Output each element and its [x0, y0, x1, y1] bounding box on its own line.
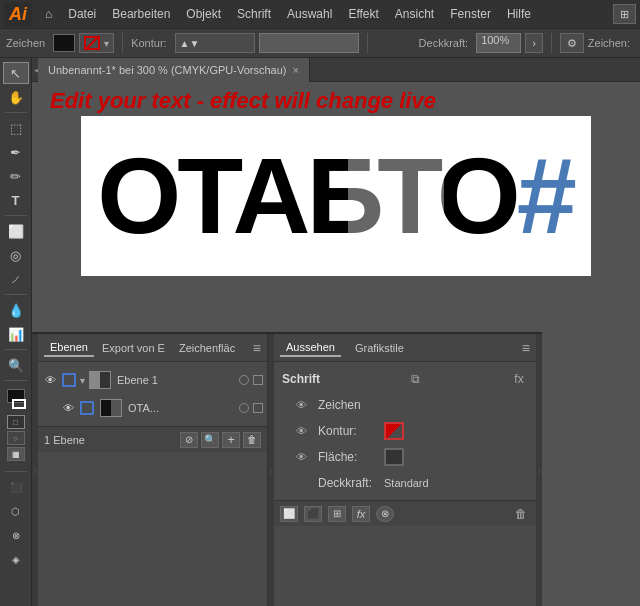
- flaeche-swatch[interactable]: [384, 448, 404, 466]
- footer-add[interactable]: +: [222, 432, 240, 448]
- canvas-area[interactable]: ◂▸ Unbenannt-1* bei 300 % (CMYK/GPU-Vors…: [32, 58, 640, 606]
- stroke-icon-btn[interactable]: ▾: [79, 33, 114, 53]
- appearance-content: Schrift ⧉ fx 👁 Zeichen 👁 Kontur:: [274, 362, 536, 500]
- layer-2-sq: [253, 403, 263, 413]
- tab-grafikstile[interactable]: Grafikstile: [349, 340, 410, 356]
- panel-ebenen-header: Ebenen Export von E Zeichenfläc ≡: [38, 334, 267, 362]
- footer-add-layer[interactable]: ⬜: [280, 506, 298, 522]
- deckkraft-value: Standard: [384, 477, 429, 489]
- color-mode-1[interactable]: □: [7, 415, 25, 429]
- tool-zoom[interactable]: 🔍: [3, 354, 29, 376]
- layer-item-1[interactable]: 👁 ▾ Ebene 1: [38, 366, 267, 394]
- tool-pen[interactable]: ✒: [3, 141, 29, 163]
- tool-graph[interactable]: 📊: [3, 323, 29, 345]
- cyrillic-text: ОТАБТО: [97, 142, 516, 250]
- tool-extra2[interactable]: ⬡: [3, 500, 29, 522]
- menu-bar: Ai ⌂ Datei Bearbeiten Objekt Schrift Aus…: [0, 0, 640, 28]
- tool-shape[interactable]: ⬜: [3, 220, 29, 242]
- tab-export[interactable]: Export von E: [96, 340, 171, 356]
- zeichen-eye[interactable]: 👁: [296, 399, 312, 411]
- tool-hand[interactable]: ✋: [3, 86, 29, 108]
- tab-title: Unbenannt-1* bei 300 % (CMYK/GPU-Vorscha…: [48, 64, 286, 76]
- layer-1-lock[interactable]: [62, 373, 76, 387]
- menu-bearbeiten[interactable]: Bearbeiten: [105, 4, 177, 24]
- panel-resize-handle-right[interactable]: ⋮: [536, 334, 542, 606]
- color-mode-2[interactable]: ○: [7, 431, 25, 445]
- footer-make-clip[interactable]: ⊘: [180, 432, 198, 448]
- layer-1-expand[interactable]: ▾: [80, 375, 85, 386]
- tab-zeichenflaeche[interactable]: Zeichenfläc: [173, 340, 241, 356]
- tool-pencil[interactable]: ✏: [3, 165, 29, 187]
- menu-hilfe[interactable]: Hilfe: [500, 4, 538, 24]
- preview-text: ОТАБТО#: [97, 142, 574, 250]
- menu-home[interactable]: ⌂: [38, 4, 59, 24]
- menu-effekt[interactable]: Effekt: [341, 4, 385, 24]
- tool-extra[interactable]: ⬛: [3, 476, 29, 498]
- flaeche-eye[interactable]: 👁: [296, 451, 312, 463]
- tab-ebenen[interactable]: Ebenen: [44, 339, 94, 357]
- kontur-label: Kontur:: [131, 37, 166, 49]
- layer-list: 👁 ▾ Ebene 1: [38, 362, 267, 426]
- panel-menu-btn[interactable]: ≡: [253, 340, 261, 356]
- kontur-appear-label: Kontur:: [318, 424, 378, 438]
- footer-add-layer3[interactable]: ⊞: [328, 506, 346, 522]
- footer-search[interactable]: 🔍: [201, 432, 219, 448]
- document-tab[interactable]: Unbenannt-1* bei 300 % (CMYK/GPU-Vorscha…: [38, 58, 310, 82]
- menu-schrift[interactable]: Schrift: [230, 4, 278, 24]
- panels-area: ⋮ Ebenen Export von E Zeichenfläc ≡ 👁: [32, 332, 542, 606]
- workspace-btn[interactable]: ⊞: [613, 4, 636, 24]
- footer-add-layer2[interactable]: ⬛: [304, 506, 322, 522]
- tab-bar: ◂▸ Unbenannt-1* bei 300 % (CMYK/GPU-Vors…: [32, 58, 640, 82]
- panel-right-menu-btn[interactable]: ≡: [522, 340, 530, 356]
- footer-trash[interactable]: 🗑: [243, 432, 261, 448]
- tool-ellipse[interactable]: ◎: [3, 244, 29, 266]
- kontur-eye[interactable]: 👁: [296, 425, 312, 437]
- layer-item-2[interactable]: 👁 OTA...: [38, 394, 267, 422]
- fill-swatch[interactable]: [53, 34, 75, 52]
- deckkraft-input[interactable]: 100%: [476, 33, 521, 53]
- tool-separator-4: [5, 349, 27, 350]
- kontur-dropdown[interactable]: ▲▼: [175, 33, 255, 53]
- appear-row-zeichen: 👁 Zeichen: [274, 392, 536, 418]
- tool-separator-1: [5, 112, 27, 113]
- flaeche-label: Fläche:: [318, 450, 378, 464]
- zeichen-btn-label[interactable]: Zeichen:: [588, 37, 630, 49]
- panel-right-footer: ⬜ ⬛ ⊞ fx ⊗ 🗑: [274, 500, 536, 526]
- stroke-color[interactable]: [12, 399, 26, 409]
- tab-aussehen[interactable]: Aussehen: [280, 339, 341, 357]
- appear-fx-btn[interactable]: fx: [510, 370, 528, 388]
- footer-delete-btn[interactable]: 🗑: [512, 506, 530, 522]
- layer-2-lock[interactable]: [80, 401, 94, 415]
- deckkraft-arrow[interactable]: ›: [525, 33, 543, 53]
- footer-no-btn[interactable]: ⊗: [376, 506, 394, 522]
- tool-separator-5: [5, 380, 27, 381]
- footer-fx-label[interactable]: fx: [352, 506, 370, 522]
- menu-fenster[interactable]: Fenster: [443, 4, 498, 24]
- tool-eyedropper[interactable]: 💧: [3, 299, 29, 321]
- appear-copy-btn[interactable]: ⧉: [406, 370, 424, 388]
- panel-aussehen: Aussehen Grafikstile ≡ Schrift ⧉ fx: [274, 334, 536, 606]
- layer-1-name: Ebene 1: [117, 374, 235, 386]
- color-mode-3[interactable]: ▦: [7, 447, 25, 461]
- tool-text[interactable]: T: [3, 189, 29, 211]
- tab-close-btn[interactable]: ×: [292, 64, 298, 76]
- tool-extra3[interactable]: ⊗: [3, 524, 29, 546]
- settings-btn[interactable]: ⚙: [560, 33, 584, 53]
- menu-ansicht[interactable]: Ansicht: [388, 4, 441, 24]
- menu-objekt[interactable]: Objekt: [179, 4, 228, 24]
- layer-1-eye[interactable]: 👁: [42, 372, 58, 388]
- hash-symbol: #: [517, 142, 575, 250]
- main-area: ↖ ✋ ⬚ ✒ ✏ T ⬜ ◎ ⟋ 💧 📊 🔍 □ ○ ▦ ⬛ ⬡ ⊗ ◈: [0, 58, 640, 606]
- tool-select[interactable]: ↖: [3, 62, 29, 84]
- canvas-content[interactable]: Edit your text - effect will change live…: [32, 82, 640, 332]
- text-preview[interactable]: ОТАБТО#: [81, 116, 591, 276]
- kontur-input[interactable]: [259, 33, 359, 53]
- kontur-swatch[interactable]: [384, 422, 404, 440]
- layer-1-thumb: [89, 371, 111, 389]
- menu-datei[interactable]: Datei: [61, 4, 103, 24]
- tool-line[interactable]: ⟋: [3, 268, 29, 290]
- layer-2-eye[interactable]: 👁: [60, 400, 76, 416]
- menu-auswahl[interactable]: Auswahl: [280, 4, 339, 24]
- tool-extra4[interactable]: ◈: [3, 548, 29, 570]
- tool-rectangle[interactable]: ⬚: [3, 117, 29, 139]
